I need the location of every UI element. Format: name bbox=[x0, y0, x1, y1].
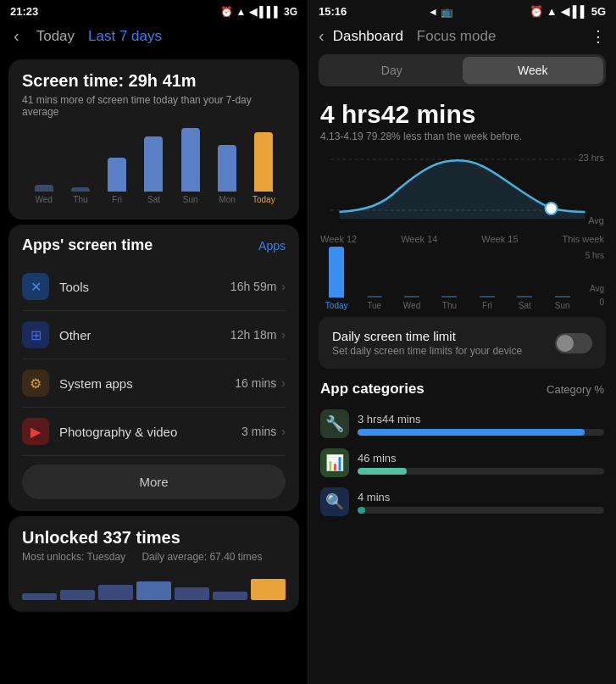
daily-limit-card: Daily screen time limit Set daily screen… bbox=[319, 317, 606, 369]
mini-bar-1 bbox=[22, 593, 57, 600]
cat-row-3[interactable]: 🔍 4 mins bbox=[308, 482, 616, 521]
bar-col-today: Today bbox=[246, 132, 282, 204]
cat-icon-1: 🔧 bbox=[320, 409, 349, 438]
system-icon: ⚙ bbox=[22, 370, 49, 397]
cat-bar-fill-2 bbox=[358, 468, 407, 475]
bar-col-fri-r: Fri bbox=[471, 296, 503, 310]
line-chart-container: 23 hrs Avg Week 12 Week 14 Week 15 This … bbox=[320, 151, 604, 244]
bar-label-fri-r: Fri bbox=[482, 301, 492, 310]
nav-dashboard[interactable]: Dashboard bbox=[333, 28, 403, 45]
bar-label-mon: Mon bbox=[219, 195, 235, 204]
left-status-icons: ⏰ ▲ ◀ ▌▌▌ 3G bbox=[220, 6, 297, 18]
bar-label-tue-r: Tue bbox=[367, 301, 381, 310]
status-bar-right: 15:16 ◄ 📺 ⏰ ▲ ◀ ▌▌ 5G bbox=[308, 0, 616, 23]
bar-col-sat: Sat bbox=[136, 136, 172, 204]
limit-text: Daily screen time limit Set daily screen… bbox=[332, 329, 555, 357]
bar-sat-r bbox=[517, 296, 532, 298]
screen-time-card: Screen time: 29h 41m 41 mins more of scr… bbox=[8, 59, 299, 220]
bar-label-sat-r: Sat bbox=[519, 301, 531, 310]
bar-thu bbox=[71, 187, 90, 192]
menu-dots-icon[interactable]: ⋮ bbox=[591, 27, 606, 46]
bar-label-sat: Sat bbox=[147, 195, 160, 204]
line-chart-x-labels: Week 12 Week 14 Week 15 This week bbox=[320, 234, 604, 244]
right-panel: 15:16 ◄ 📺 ⏰ ▲ ◀ ▌▌ 5G ‹ Dashboard Focus … bbox=[308, 0, 616, 684]
cat-bar-bg-2 bbox=[358, 468, 604, 475]
app-name-other: Other bbox=[59, 328, 230, 342]
nav-focus[interactable]: Focus mode bbox=[417, 28, 497, 45]
cat-link[interactable]: Category % bbox=[547, 383, 604, 396]
other-icon: ⊞ bbox=[22, 321, 49, 348]
limit-sub: Set daily screen time limits for your de… bbox=[332, 345, 555, 357]
bar-col-tue-r: Tue bbox=[358, 296, 390, 310]
app-row-other[interactable]: ⊞ Other 12h 18m › bbox=[22, 311, 286, 359]
bar-col-mon: Mon bbox=[208, 145, 245, 204]
alarm-icon: ⏰ bbox=[530, 5, 543, 18]
app-row-photo[interactable]: ▶ Photography & video 3 mins › bbox=[22, 408, 286, 456]
right-bars: Today Tue Wed Thu Fri Sat bbox=[320, 251, 604, 310]
right-status-icons: ⏰ ▲ ◀ ▌▌ 5G bbox=[530, 5, 606, 18]
left-time: 21:23 bbox=[10, 5, 38, 18]
bar-sun bbox=[181, 128, 200, 192]
app-name-photo: Photography & video bbox=[59, 425, 241, 439]
bar-col-sat-r: Sat bbox=[508, 296, 541, 310]
most-unlocks: Most unlocks: Tuesday bbox=[22, 551, 125, 563]
main-screen-time: 4 hrs42 mins bbox=[308, 97, 616, 131]
mini-bar-today bbox=[251, 579, 286, 600]
bar-label-today: Today bbox=[253, 195, 275, 204]
battery-icon: ▌▌ 5G bbox=[573, 5, 606, 18]
cat-icon-3: 🔍 bbox=[320, 487, 349, 516]
cat-bar-bg-1 bbox=[358, 429, 604, 436]
wifi-icon: ◀ bbox=[561, 5, 569, 18]
bar-label-today-r: Today bbox=[325, 301, 348, 310]
mini-bar-6 bbox=[213, 592, 247, 600]
cat-time-3: 4 mins bbox=[358, 491, 604, 503]
bar-sat bbox=[144, 136, 163, 192]
line-chart-svg bbox=[320, 151, 604, 227]
app-name-system: System apps bbox=[59, 376, 235, 391]
bar-chart-left: Wed Thu Fri Sat Sun Mon bbox=[22, 128, 286, 204]
left-top-nav: ‹ Today Last 7 days bbox=[0, 23, 308, 54]
nav-today[interactable]: Today bbox=[36, 28, 75, 45]
cat-info-3: 4 mins bbox=[358, 491, 604, 514]
bar-col-sun: Sun bbox=[172, 128, 208, 204]
x-week12: Week 12 bbox=[320, 234, 357, 244]
bar-col-wed: Wed bbox=[25, 185, 62, 204]
tab-day[interactable]: Day bbox=[321, 57, 463, 84]
bar-thu-r bbox=[441, 296, 457, 298]
bar-col-thu: Thu bbox=[62, 187, 98, 204]
tools-icon: ✕ bbox=[22, 273, 49, 300]
unlocked-card: Unlocked 337 times Most unlocks: Tuesday… bbox=[8, 516, 299, 612]
day-week-tabs: Day Week bbox=[319, 54, 606, 86]
cat-row-1[interactable]: 🔧 3 hrs44 mins bbox=[308, 404, 616, 443]
cat-info-1: 3 hrs44 mins bbox=[358, 413, 604, 436]
bar-today-r bbox=[329, 247, 344, 298]
more-button[interactable]: More bbox=[22, 464, 286, 499]
bar-today bbox=[254, 132, 273, 192]
app-row-system[interactable]: ⚙ System apps 16 mins › bbox=[22, 359, 286, 408]
cat-bar-bg-3 bbox=[358, 507, 604, 514]
app-time-tools: 16h 59m bbox=[230, 280, 276, 293]
back-arrow-right[interactable]: ‹ bbox=[319, 26, 325, 46]
bar-mon bbox=[218, 145, 236, 192]
photo-icon: ▶ bbox=[22, 418, 49, 445]
apps-screen-time-card: Apps' screen time Apps ✕ Tools 16h 59m ›… bbox=[8, 225, 299, 511]
cat-row-2[interactable]: 📊 46 mins bbox=[308, 443, 616, 482]
nav-last7days[interactable]: Last 7 days bbox=[88, 28, 162, 45]
x-week14: Week 14 bbox=[401, 234, 437, 244]
bar-col-thu-r: Thu bbox=[433, 296, 465, 310]
apps-link[interactable]: Apps bbox=[258, 239, 286, 253]
right-y-top: 5 hrs bbox=[585, 251, 604, 260]
bar-label-sun: Sun bbox=[183, 195, 198, 204]
back-arrow-left[interactable]: ‹ bbox=[14, 26, 19, 46]
svg-point-2 bbox=[546, 203, 558, 214]
app-row-tools[interactable]: ✕ Tools 16h 59m › bbox=[22, 263, 286, 311]
bar-label-sun-r: Sun bbox=[555, 301, 570, 310]
limit-toggle[interactable] bbox=[555, 333, 592, 353]
right-nav-icon: ◄ 📺 bbox=[428, 6, 453, 18]
cat-icon-2: 📊 bbox=[320, 448, 349, 477]
tab-week[interactable]: Week bbox=[463, 57, 604, 84]
app-time-other: 12h 18m bbox=[230, 328, 276, 342]
unlocked-subtitle: Most unlocks: Tuesday Daily average: 67.… bbox=[22, 551, 286, 563]
bar-col-wed-r: Wed bbox=[396, 296, 428, 310]
app-time-photo: 3 mins bbox=[241, 425, 276, 438]
